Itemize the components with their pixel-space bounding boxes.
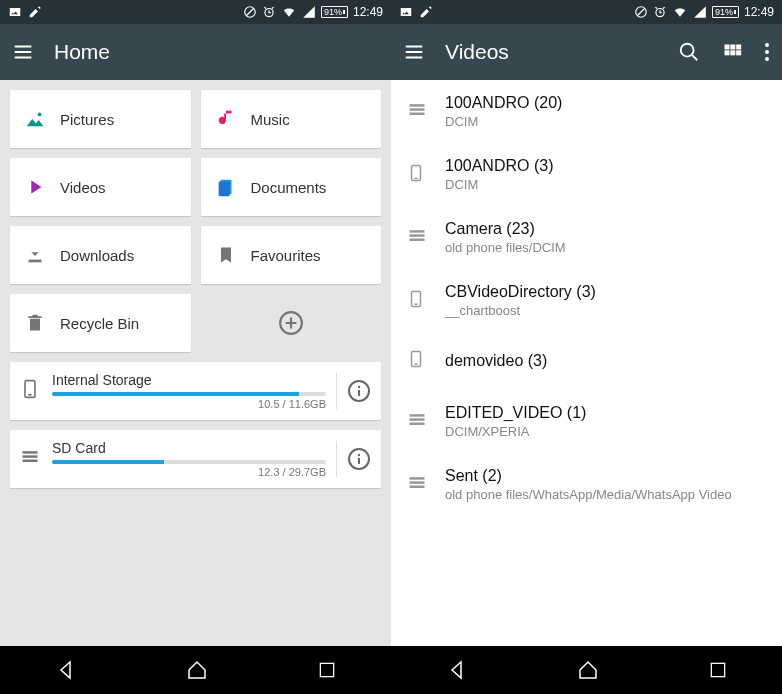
info-icon[interactable] xyxy=(347,447,371,471)
svg-rect-26 xyxy=(730,45,735,50)
tile-add[interactable] xyxy=(201,294,382,352)
tile-videos[interactable]: Videos xyxy=(10,158,191,216)
search-icon[interactable] xyxy=(678,41,700,63)
item-primary: EDITED_VIDEO (1) xyxy=(445,404,766,422)
recent-icon[interactable] xyxy=(708,660,728,680)
tile-downloads[interactable]: Downloads xyxy=(10,226,191,284)
list-item[interactable]: 100ANDRO (20)DCIM xyxy=(391,80,782,143)
svg-rect-19 xyxy=(320,663,333,676)
tile-label: Documents xyxy=(251,179,327,196)
phone-icon xyxy=(407,286,427,316)
storage-icon xyxy=(407,473,427,497)
clock: 12:49 xyxy=(744,5,774,19)
pictures-icon xyxy=(24,108,46,130)
item-primary: CBVideoDirectory (3) xyxy=(445,283,766,301)
hamburger-icon[interactable] xyxy=(403,41,425,63)
item-primary: Camera (23) xyxy=(445,220,766,238)
item-primary: Sent (2) xyxy=(445,467,766,485)
svg-rect-15 xyxy=(23,460,38,463)
divider xyxy=(336,441,337,477)
phone-icon xyxy=(407,346,427,376)
videos-icon xyxy=(24,176,46,198)
documents-icon xyxy=(215,176,237,198)
svg-point-33 xyxy=(765,57,769,61)
nav-bar xyxy=(0,646,391,694)
item-secondary: DCIM/XPERIA xyxy=(445,424,766,439)
storage-sdcard[interactable]: SD Card 12.3 / 29.7GB xyxy=(10,430,381,488)
screen-videos: 91% 12:49 Videos 100ANDRO (20)DCIM100AND… xyxy=(391,0,782,694)
music-icon xyxy=(215,108,237,130)
hamburger-icon[interactable] xyxy=(12,41,34,63)
svg-line-1 xyxy=(246,9,253,16)
svg-rect-27 xyxy=(736,45,741,50)
tile-label: Music xyxy=(251,111,290,128)
svg-rect-14 xyxy=(23,455,38,458)
nav-bar xyxy=(391,646,782,694)
storage-internal[interactable]: Internal Storage 10.5 / 11.6GB xyxy=(10,362,381,420)
status-bar: 91% 12:49 xyxy=(0,0,391,24)
back-icon[interactable] xyxy=(54,658,78,682)
no-sim-icon xyxy=(634,5,648,19)
edit-indicator-icon xyxy=(28,5,42,19)
tile-favourites[interactable]: Favourites xyxy=(201,226,382,284)
home-icon[interactable] xyxy=(576,658,600,682)
svg-line-24 xyxy=(692,55,698,61)
svg-line-21 xyxy=(637,9,644,16)
storage-usage: 12.3 / 29.7GB xyxy=(52,466,326,478)
list-item[interactable]: EDITED_VIDEO (1)DCIM/XPERIA xyxy=(391,390,782,453)
battery-indicator: 91% xyxy=(712,6,739,18)
tile-label: Recycle Bin xyxy=(60,315,139,332)
no-sim-icon xyxy=(243,5,257,19)
svg-rect-29 xyxy=(730,50,735,55)
list-item[interactable]: demovideo (3) xyxy=(391,332,782,390)
svg-point-11 xyxy=(358,386,360,388)
tile-recycle-bin[interactable]: Recycle Bin xyxy=(10,294,191,352)
recent-icon[interactable] xyxy=(317,660,337,680)
page-title: Videos xyxy=(445,40,509,64)
home-icon[interactable] xyxy=(185,658,209,682)
tile-label: Videos xyxy=(60,179,106,196)
svg-rect-46 xyxy=(410,414,425,417)
svg-rect-48 xyxy=(410,422,425,425)
storage-icon xyxy=(407,226,427,250)
svg-rect-13 xyxy=(23,451,38,454)
edit-indicator-icon xyxy=(419,5,433,19)
svg-rect-6 xyxy=(29,260,42,263)
tile-music[interactable]: Music xyxy=(201,90,382,148)
alarm-icon xyxy=(262,5,276,19)
item-primary: 100ANDRO (20) xyxy=(445,94,766,112)
svg-rect-36 xyxy=(410,112,425,115)
back-icon[interactable] xyxy=(445,658,469,682)
clock: 12:49 xyxy=(353,5,383,19)
divider xyxy=(336,373,337,409)
svg-rect-51 xyxy=(410,485,425,488)
svg-rect-5 xyxy=(218,182,229,197)
picture-indicator-icon xyxy=(8,5,22,19)
storage-name: SD Card xyxy=(52,440,326,456)
svg-rect-18 xyxy=(358,458,360,464)
svg-rect-50 xyxy=(410,481,425,484)
storage-fill-1 xyxy=(52,460,164,464)
overflow-icon[interactable] xyxy=(764,42,770,62)
grid-view-icon[interactable] xyxy=(722,42,742,62)
trash-icon xyxy=(24,312,46,334)
svg-point-32 xyxy=(765,50,769,54)
info-icon[interactable] xyxy=(347,379,371,403)
tile-documents[interactable]: Documents xyxy=(201,158,382,216)
list-item[interactable]: CBVideoDirectory (3)__chartboost xyxy=(391,269,782,332)
videos-list: 100ANDRO (20)DCIM100ANDRO (3)DCIMCamera … xyxy=(391,80,782,646)
svg-rect-28 xyxy=(725,50,730,55)
tile-pictures[interactable]: Pictures xyxy=(10,90,191,148)
svg-rect-25 xyxy=(725,45,730,50)
svg-rect-34 xyxy=(410,104,425,107)
svg-rect-12 xyxy=(358,390,360,396)
storage-usage: 10.5 / 11.6GB xyxy=(52,398,326,410)
item-secondary: DCIM xyxy=(445,177,766,192)
list-item[interactable]: 100ANDRO (3)DCIM xyxy=(391,143,782,206)
list-item[interactable]: Camera (23)old phone files/DCIM xyxy=(391,206,782,269)
downloads-icon xyxy=(24,244,46,266)
tile-label: Downloads xyxy=(60,247,134,264)
picture-indicator-icon xyxy=(399,5,413,19)
page-title: Home xyxy=(54,40,110,64)
list-item[interactable]: Sent (2)old phone files/WhatsApp/Media/W… xyxy=(391,453,782,516)
